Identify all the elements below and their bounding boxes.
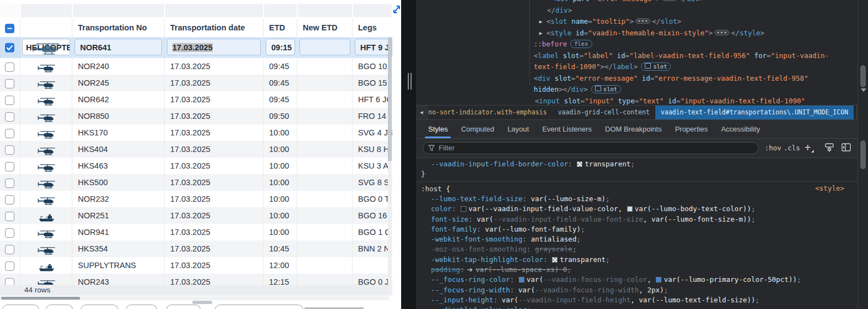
tab-accessibility[interactable]: Accessibility xyxy=(720,120,761,138)
row-checkbox[interactable] xyxy=(5,228,14,238)
table-row[interactable]: NOR24517.03.202509:45BGO 15 xyxy=(0,75,392,91)
css-declaration-line[interactable]: } xyxy=(421,169,425,179)
dom-tree-line[interactable]: ::beforeflex xyxy=(534,39,592,50)
color-swatch-dark[interactable] xyxy=(461,206,466,212)
table-row[interactable]: HKS17017.03.202510:00SVG 4 JS xyxy=(0,124,392,141)
table-row[interactable]: HKS40417.03.202510:00KSU 8 H xyxy=(0,141,392,158)
transportation-date-field[interactable]: 17.03.2025 xyxy=(167,39,261,55)
dom-tree-line[interactable]: ▶<slot name="tooltip">•••</slot> xyxy=(539,16,681,28)
row-checkbox[interactable] xyxy=(5,261,14,271)
shorthand-arrow-icon[interactable]: ➔ xyxy=(467,265,472,275)
breadcrumb[interactable]: vaadin-grid-cell-content xyxy=(553,106,655,119)
table-row[interactable]: HKS50017.03.202510:00SVG 8 S xyxy=(0,174,392,191)
css-declaration-line[interactable]: --_disabled-value-color: xyxy=(431,305,531,309)
slot-badge[interactable]: slot xyxy=(591,85,621,93)
bottom-button[interactable] xyxy=(46,305,73,309)
row-checkbox[interactable] xyxy=(5,112,14,122)
dom-tree-line[interactable]: <div part="error-message">•••</div> xyxy=(552,0,703,5)
column-header-transportation-date[interactable]: Transportation date xyxy=(165,18,264,37)
etd-field[interactable]: 09:15 xyxy=(266,39,295,55)
table-row[interactable]: HKS35417.03.202510:45BNN 2 N xyxy=(0,240,392,257)
row-checkbox[interactable] xyxy=(5,212,14,221)
css-declaration-line[interactable]: font-family: var(--lumo-font-family); xyxy=(431,224,585,234)
tab-properties[interactable]: Properties xyxy=(674,120,709,138)
row-checkbox-checked[interactable] xyxy=(5,43,14,53)
expand-twisty-icon[interactable]: ▶ xyxy=(539,16,546,28)
expand-ellipsis-icon[interactable]: ••• xyxy=(714,30,729,35)
row-checkbox[interactable] xyxy=(5,162,14,171)
table-row[interactable]: NOR24317.03.202512:15BGO 0 J xyxy=(0,274,392,285)
flex-badge[interactable]: flex xyxy=(570,40,592,48)
css-declaration-line[interactable]: :host { xyxy=(421,184,450,194)
dom-tree-line[interactable]: </div> xyxy=(547,5,572,17)
selected-row-editing[interactable]: HELICOPTER NOR641 17.03.2025 09:15 HFT 9… xyxy=(0,37,392,58)
column-header-new-etd[interactable]: New ETD xyxy=(297,18,353,37)
column-header-etd[interactable]: ETD xyxy=(264,18,297,37)
bottom-button[interactable] xyxy=(126,305,157,309)
color-swatch-blue1[interactable] xyxy=(519,277,524,282)
stylesheet-source-link[interactable]: <style> xyxy=(815,184,844,192)
tab-layout[interactable]: Layout xyxy=(506,120,530,138)
rendering-emulation-icon[interactable] xyxy=(825,143,834,154)
color-swatch-blue2[interactable] xyxy=(656,277,661,282)
slot-badge[interactable]: slot xyxy=(641,62,671,71)
table-row[interactable]: HKS46317.03.202510:00KSU 3 A xyxy=(0,158,392,174)
unit-mode-icon-field[interactable]: HELICOPTER xyxy=(22,39,70,55)
css-declaration-line[interactable]: --vaadin-input-field-border-color: trans… xyxy=(431,159,635,169)
row-checkbox[interactable] xyxy=(5,195,14,205)
dom-tree-line[interactable]: <div slot="error-message" id="error-mess… xyxy=(534,73,808,85)
bottom-button[interactable] xyxy=(2,305,39,309)
bottom-button[interactable] xyxy=(166,305,201,309)
table-row[interactable]: NOR24017.03.202509:45BGO 10 xyxy=(0,58,392,75)
grid-vertical-scrollbar[interactable] xyxy=(388,37,392,296)
elements-scrollbar-thumb[interactable] xyxy=(860,65,866,87)
row-checkbox[interactable] xyxy=(5,62,14,72)
row-checkbox[interactable] xyxy=(5,96,14,105)
css-declaration-line[interactable]: -webkit-tap-highlight-color: transparent… xyxy=(431,255,610,265)
table-row[interactable]: SUPPLYTRANS17.03.202512:00 xyxy=(0,257,392,274)
column-header-transportation-no[interactable]: Transportation No xyxy=(72,18,165,37)
row-checkbox[interactable] xyxy=(5,179,14,188)
breadcrumb[interactable]: vaadin-text-field#transportations\.UNIT_… xyxy=(655,106,854,119)
toggle-classes-button[interactable]: .cls xyxy=(783,143,800,154)
new-style-rule-button[interactable]: + xyxy=(804,140,811,155)
select-all-checkbox[interactable] xyxy=(5,24,14,33)
tab-styles[interactable]: Styles xyxy=(427,120,449,138)
color-swatch-light[interactable] xyxy=(627,206,633,212)
expand-twisty-icon[interactable]: ▶ xyxy=(539,28,546,39)
expand-ellipsis-icon[interactable]: ••• xyxy=(662,0,677,1)
css-declaration-line[interactable]: --_focus-ring-color: var(--vaadin-focus-… xyxy=(431,275,801,285)
new-etd-field[interactable] xyxy=(299,39,350,55)
table-row[interactable]: NOR23217.03.202510:00BGO 0 T xyxy=(0,191,392,207)
row-checkbox[interactable] xyxy=(5,129,14,138)
dom-tree-line[interactable]: <input slot="input" type="text" id="inpu… xyxy=(535,96,805,106)
tab-dom-breakpoints[interactable]: DOM Breakpoints xyxy=(604,120,663,138)
css-declaration-line[interactable]: -moz-osx-font-smoothing: grayscale; xyxy=(431,244,576,254)
crumbs-scroll-left-icon[interactable]: ◀ xyxy=(416,106,428,119)
breadcrumb[interactable]: no-sort-indicator.with-emphasis xyxy=(427,106,553,119)
css-declaration-line[interactable]: --_focus-ring-width: var(--vaadin-focus-… xyxy=(431,285,668,295)
drag-handle[interactable] xyxy=(192,301,212,304)
bottom-button[interactable] xyxy=(81,305,118,309)
grid-horizontal-scrollbar[interactable] xyxy=(0,296,390,300)
legs-field[interactable]: HFT 9 J xyxy=(355,39,392,55)
styles-scrollbar-thumb[interactable] xyxy=(860,140,866,169)
css-declaration-line[interactable]: font-size: var(--vaadin-input-field-valu… xyxy=(431,214,755,224)
css-declaration-line[interactable]: -webkit-font-smoothing: antialiased; xyxy=(431,234,581,244)
tab-computed[interactable]: Computed xyxy=(460,120,495,138)
dom-tree-line[interactable]: ▶<style id="vaadin-themable-mixin-style"… xyxy=(539,28,765,39)
color-swatch-checker[interactable] xyxy=(577,161,582,167)
table-row[interactable]: NOR94117.03.202510:00BGO 1 C xyxy=(0,224,392,240)
panel-resize-handle[interactable] xyxy=(407,73,413,90)
expand-diagonal-arrow-icon[interactable] xyxy=(392,4,401,14)
dom-tree-line[interactable]: text-field-1090"></label>slot xyxy=(534,61,671,73)
toggle-sidebar-panel-icon[interactable] xyxy=(841,143,851,153)
column-header-legs[interactable]: Legs xyxy=(353,18,392,37)
row-checkbox[interactable] xyxy=(5,245,14,254)
css-declaration-line[interactable]: padding:➔var(--lumo-space-xs) 0; xyxy=(431,265,571,275)
table-row[interactable]: NOR85017.03.202509:50FRO 14 xyxy=(0,108,392,124)
bottom-button[interactable] xyxy=(215,305,303,309)
dom-tree-line[interactable]: <label slot="label" id="label-vaadin-tex… xyxy=(534,50,829,62)
styles-filter-input[interactable]: Filter xyxy=(423,142,759,154)
color-swatch-checker[interactable] xyxy=(552,257,557,263)
